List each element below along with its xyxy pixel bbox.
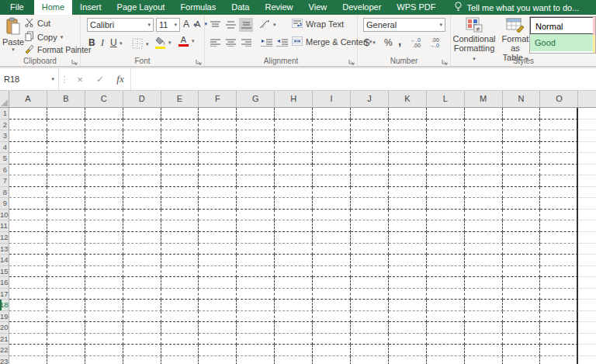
cell-H8[interactable] (275, 187, 313, 199)
cell-C18[interactable] (85, 300, 123, 311)
cell-I5[interactable] (313, 153, 351, 165)
cell-E9[interactable] (161, 198, 199, 210)
cell-H19[interactable] (275, 311, 313, 323)
cell-K2[interactable] (389, 120, 427, 131)
cell-F19[interactable] (199, 311, 237, 323)
cell-O10[interactable] (540, 210, 578, 221)
cell-partial-13[interactable] (578, 244, 596, 255)
cell-I13[interactable] (313, 244, 351, 255)
select-all-corner[interactable] (0, 91, 9, 107)
cell-J18[interactable] (351, 300, 389, 311)
cell-E10[interactable] (161, 210, 199, 221)
cell-I22[interactable] (313, 345, 351, 356)
cell-K14[interactable] (389, 255, 427, 266)
cell-partial-15[interactable] (578, 266, 596, 278)
row-header-6[interactable]: 6 (0, 165, 9, 176)
cell-G22[interactable] (237, 345, 275, 356)
cell-D4[interactable] (123, 142, 161, 154)
cell-H17[interactable] (275, 289, 313, 300)
cell-partial-8[interactable] (578, 187, 596, 199)
cell-J4[interactable] (351, 142, 389, 154)
cell-N20[interactable] (503, 322, 541, 334)
cell-A16[interactable] (9, 277, 47, 289)
column-header-h[interactable]: H (275, 91, 313, 107)
cell-N15[interactable] (503, 266, 541, 278)
copy-dropdown-arrow[interactable]: ▾ (61, 34, 64, 40)
cell-J6[interactable] (351, 165, 389, 176)
top-align-button[interactable] (208, 18, 222, 32)
bottom-align-button[interactable] (239, 18, 253, 32)
cell-L20[interactable] (427, 322, 465, 334)
insert-function-button[interactable]: fx (110, 68, 130, 90)
cell-I7[interactable] (313, 175, 351, 187)
cell-A12[interactable] (9, 232, 47, 244)
row-header-16[interactable]: 16 (0, 277, 9, 289)
cell-C8[interactable] (85, 187, 123, 199)
cell-I3[interactable] (313, 130, 351, 142)
cell-M13[interactable] (465, 244, 503, 255)
number-format-combo[interactable]: General ▾ (363, 18, 445, 32)
row-header-3[interactable]: 3 (0, 130, 9, 142)
cell-O15[interactable] (540, 266, 578, 278)
cell-M17[interactable] (465, 289, 503, 300)
cell-partial-23[interactable] (578, 356, 596, 364)
cell-partial-12[interactable] (578, 232, 596, 244)
cell-F22[interactable] (199, 345, 237, 356)
cell-partial-22[interactable] (578, 345, 596, 356)
cell-N6[interactable] (503, 165, 541, 176)
row-header-7[interactable]: 7 (0, 175, 9, 187)
decrease-decimal-button[interactable]: .00 →.0 (429, 37, 439, 48)
align-left-button[interactable] (208, 36, 222, 50)
cell-C10[interactable] (85, 210, 123, 221)
clipboard-dialog-launcher[interactable] (71, 57, 78, 64)
cell-A14[interactable] (9, 255, 47, 266)
cell-K19[interactable] (389, 311, 427, 323)
cell-partial-16[interactable] (578, 277, 596, 289)
column-header-k[interactable]: K (389, 91, 427, 107)
cell-E21[interactable] (161, 334, 199, 345)
cell-E7[interactable] (161, 175, 199, 187)
cell-L17[interactable] (427, 289, 465, 300)
cell-D16[interactable] (123, 277, 161, 289)
cell-K16[interactable] (389, 277, 427, 289)
cell-O2[interactable] (540, 120, 578, 131)
middle-align-button[interactable] (224, 18, 237, 32)
style-normal[interactable]: Normal (530, 17, 595, 34)
cell-E16[interactable] (161, 277, 199, 289)
cell-partial-2[interactable] (578, 120, 596, 131)
cell-M15[interactable] (465, 266, 503, 278)
cell-A17[interactable] (9, 289, 47, 300)
cell-H1[interactable] (275, 108, 313, 120)
cell-B12[interactable] (47, 232, 85, 244)
cell-N8[interactable] (503, 187, 541, 199)
cancel-button[interactable]: × (70, 68, 90, 90)
cell-O8[interactable] (540, 187, 578, 199)
cell-M23[interactable] (465, 356, 503, 364)
cell-I9[interactable] (313, 198, 351, 210)
cell-E12[interactable] (161, 232, 199, 244)
cell-F23[interactable] (199, 356, 237, 364)
cell-E2[interactable] (161, 120, 199, 131)
cell-D7[interactable] (123, 175, 161, 187)
cell-N12[interactable] (503, 232, 541, 244)
cell-L9[interactable] (427, 198, 465, 210)
cell-B2[interactable] (47, 120, 85, 131)
column-header-c[interactable]: C (85, 91, 123, 107)
cell-H21[interactable] (275, 334, 313, 345)
cell-L23[interactable] (427, 356, 465, 364)
cell-G2[interactable] (237, 120, 275, 131)
cell-L19[interactable] (427, 311, 465, 323)
cell-D15[interactable] (123, 266, 161, 278)
cell-O6[interactable] (540, 165, 578, 176)
cell-M3[interactable] (465, 130, 503, 142)
tab-file[interactable]: File (0, 0, 34, 15)
cell-E11[interactable] (161, 220, 199, 232)
cell-C11[interactable] (85, 220, 123, 232)
cell-I17[interactable] (313, 289, 351, 300)
cell-O21[interactable] (540, 334, 578, 345)
cell-K6[interactable] (389, 165, 427, 176)
cell-M9[interactable] (465, 198, 503, 210)
cell-B21[interactable] (47, 334, 85, 345)
cell-C17[interactable] (85, 289, 123, 300)
underline-dropdown-arrow[interactable]: ▾ (120, 40, 123, 47)
